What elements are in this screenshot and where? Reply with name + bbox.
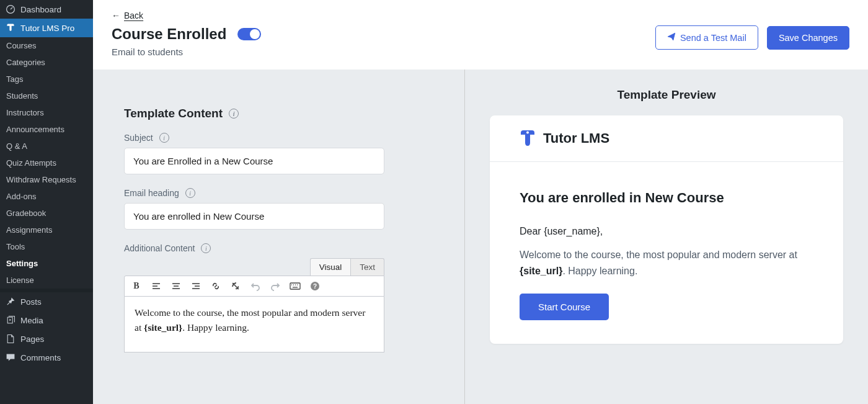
pushpin-icon: [6, 297, 16, 307]
enable-toggle[interactable]: [237, 28, 261, 40]
sidebar-item-pages[interactable]: Pages: [0, 330, 93, 348]
additional-content-label: Additional Content i: [124, 243, 433, 253]
back-label: Back: [124, 11, 143, 20]
sidebar-dashboard-label: Dashboard: [20, 5, 61, 14]
bold-button[interactable]: B: [130, 279, 143, 293]
sidebar-item-posts[interactable]: Posts: [0, 292, 93, 311]
preview-body-text: Welcome to the course, the most popular …: [520, 247, 813, 279]
info-icon[interactable]: i: [229, 109, 239, 119]
undo-button[interactable]: [249, 279, 262, 293]
sidebar-active-label: Tutor LMS Pro: [20, 24, 74, 33]
save-changes-button[interactable]: Save Changes: [767, 26, 849, 50]
svg-rect-11: [290, 283, 300, 289]
sidebar-posts-label: Posts: [20, 297, 42, 307]
sidebar-sub-withdraw-requests[interactable]: Withdraw Requests: [0, 171, 93, 188]
subject-label: Subject i: [124, 133, 433, 143]
sidebar-sub-license[interactable]: License: [0, 272, 93, 289]
sidebar-sub-quiz-attempts[interactable]: Quiz Attempts: [0, 155, 93, 171]
svg-text:?: ?: [313, 283, 317, 290]
tab-text[interactable]: Text: [350, 258, 384, 276]
align-right-button[interactable]: [189, 279, 203, 293]
svg-point-19: [526, 132, 529, 134]
sidebar-item-dashboard[interactable]: Dashboard: [0, 0, 93, 19]
align-center-button[interactable]: [169, 279, 183, 293]
editor-toolbar: B ?: [124, 276, 384, 297]
wysiwyg-editor: Visual Text B ?: [124, 258, 384, 352]
preview-email-heading: You are enrolled in New Course: [520, 190, 813, 206]
page-title: Course Enrolled: [112, 25, 226, 43]
info-icon[interactable]: i: [201, 243, 211, 253]
comment-icon: [6, 352, 16, 362]
preview-greeting: Dear {user_name},: [520, 226, 813, 237]
preview-brand-header: Tutor LMS: [490, 115, 843, 162]
send-test-mail-label: Send a Test Mail: [680, 33, 746, 43]
sidebar-sub-addons[interactable]: Add-ons: [0, 188, 93, 205]
align-left-button[interactable]: [149, 279, 163, 293]
page-header: ← Back Course Enrolled Email to students: [93, 0, 868, 70]
sidebar-sub-gradebook[interactable]: Gradebook: [0, 205, 93, 222]
tab-visual[interactable]: Visual: [310, 258, 351, 276]
sidebar-item-tutor-lms-pro[interactable]: Tutor LMS Pro: [0, 19, 93, 37]
template-content-panel: Template Content i Subject i Email headi…: [93, 70, 464, 404]
sidebar-sub-categories[interactable]: Categories: [0, 54, 93, 71]
link-button[interactable]: [209, 279, 223, 293]
template-preview-panel: Template Preview Tutor LMS You are enrol…: [464, 70, 868, 404]
sidebar-sub-instructors[interactable]: Instructors: [0, 104, 93, 121]
tutor-lms-logo-icon: [520, 129, 536, 148]
dashboard-icon: [6, 4, 16, 14]
admin-sidebar: Dashboard Tutor LMS Pro Courses Categori…: [0, 0, 93, 404]
page-icon: [6, 334, 16, 344]
redo-button[interactable]: [268, 279, 282, 293]
sidebar-sub-settings[interactable]: Settings: [0, 255, 93, 272]
page-subtitle: Email to students: [112, 47, 261, 57]
help-button[interactable]: ?: [308, 279, 322, 293]
editor-textarea[interactable]: Welcome to the course, the most popular …: [124, 297, 384, 352]
sidebar-sub-assignments[interactable]: Assignments: [0, 222, 93, 238]
sidebar-sub-tags[interactable]: Tags: [0, 71, 93, 88]
sidebar-sub-students[interactable]: Students: [0, 88, 93, 104]
back-link[interactable]: ← Back: [112, 11, 143, 20]
info-icon[interactable]: i: [159, 133, 169, 143]
paper-plane-icon: [667, 32, 676, 43]
subject-input[interactable]: [124, 148, 384, 174]
media-icon: [6, 315, 16, 325]
sidebar-pages-label: Pages: [20, 334, 44, 344]
main-content: ← Back Course Enrolled Email to students: [93, 0, 868, 404]
email-heading-input[interactable]: [124, 203, 384, 230]
sidebar-comments-label: Comments: [20, 353, 61, 362]
preview-cta-button[interactable]: Start Course: [520, 294, 609, 320]
preview-card: Tutor LMS You are enrolled in New Course…: [490, 115, 843, 344]
preview-heading: Template Preview: [617, 88, 715, 102]
sidebar-sub-announcements[interactable]: Announcements: [0, 121, 93, 138]
save-changes-label: Save Changes: [779, 33, 838, 43]
info-icon[interactable]: i: [185, 188, 195, 198]
unlink-button[interactable]: [229, 279, 242, 293]
sidebar-sub-qa[interactable]: Q & A: [0, 138, 93, 155]
sidebar-item-media[interactable]: Media: [0, 311, 93, 330]
sidebar-sub-tools[interactable]: Tools: [0, 238, 93, 255]
sidebar-sub-courses[interactable]: Courses: [0, 37, 93, 54]
preview-brand-name: Tutor LMS: [543, 130, 609, 146]
sidebar-media-label: Media: [20, 316, 43, 325]
email-heading-label: Email heading i: [124, 188, 433, 198]
send-test-mail-button[interactable]: Send a Test Mail: [655, 25, 758, 50]
sidebar-item-comments[interactable]: Comments: [0, 348, 93, 367]
template-content-heading: Template Content i: [124, 107, 433, 120]
tutor-lms-icon: [6, 23, 16, 33]
arrow-left-icon: ←: [112, 11, 120, 20]
keyboard-button[interactable]: [288, 279, 302, 293]
